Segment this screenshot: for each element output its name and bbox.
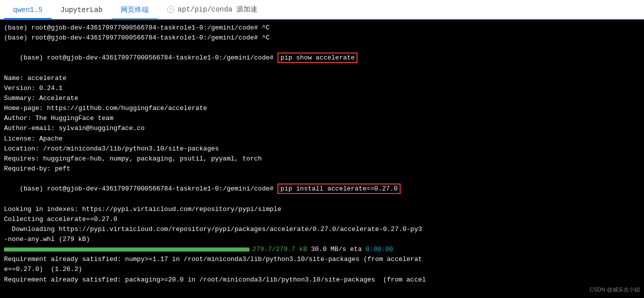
terminal-line-8: Author: The HuggingFace team xyxy=(4,114,640,124)
terminal-line-16: Collecting accelerate==0.27.0 xyxy=(4,214,640,224)
terminal-line-18: -none-any.whl (279 kB) xyxy=(4,234,640,244)
terminal-line-14: (base) root@gjob-dev-436179977000566784-… xyxy=(4,174,640,204)
terminal-line-2: (base) root@gjob-dev-436179977000566784-… xyxy=(4,33,640,43)
terminal-line-13: Required-by: peft xyxy=(4,164,640,174)
progress-bar-fill xyxy=(4,248,249,252)
question-circle-icon: ? xyxy=(167,6,175,14)
prompt-1: (base) root@gjob-dev-436179977000566784-… xyxy=(20,54,277,62)
watermark: CSDN @咸乐左小妞 xyxy=(590,286,640,294)
tab-apt[interactable]: ? apt/pip/conda 源加速 xyxy=(158,1,267,18)
progress-speed: 30.0 MB/s xyxy=(307,244,346,254)
terminal-line-17: Downloading https://pypi.virtaicloud.com… xyxy=(4,224,640,234)
progress-bar-wrapper xyxy=(4,248,249,252)
terminal-line-5: Version: 0.24.1 xyxy=(4,84,640,94)
progress-eta-label: eta xyxy=(346,244,366,254)
terminal-window[interactable]: (base) root@gjob-dev-436179977000566784-… xyxy=(0,20,644,298)
terminal-line-6: Summary: Accelerate xyxy=(4,94,640,104)
terminal-line-22: Requirement already satisfied: packaging… xyxy=(4,275,640,285)
progress-stats: 279.7/279.7 kB xyxy=(252,244,307,254)
terminal-line-20: Requirement already satisfied: numpy>=1.… xyxy=(4,254,640,264)
terminal-line-21: e==0.27.0) (1.26.2) xyxy=(4,264,640,274)
terminal-line-11: Location: /root/miniconda3/lib/python3.1… xyxy=(4,144,640,154)
svg-text:?: ? xyxy=(169,8,172,13)
prompt-2: (base) root@gjob-dev-436179977000566784-… xyxy=(20,185,277,192)
terminal-line-4: Name: accelerate xyxy=(4,74,640,84)
command-pip-install: pip install accelerate==0.27.0 xyxy=(277,184,401,194)
terminal-line-1: (base) root@gjob-dev-436179977000566784-… xyxy=(4,23,640,33)
tab-jupyter[interactable]: JupyterLab xyxy=(52,2,112,20)
terminal-line-9: Author-email: sylvain@huggingface.co xyxy=(4,124,640,134)
command-pip-show: pip show accelerate xyxy=(277,52,358,63)
tab-qwen[interactable]: qwen1.5 xyxy=(4,2,52,20)
progress-eta-value: 0:00:00 xyxy=(366,244,393,254)
terminal-line-3: (base) root@gjob-dev-436179977000566784-… xyxy=(4,43,640,73)
terminal-line-12: Requires: huggingface-hub, numpy, packag… xyxy=(4,154,640,164)
progress-bar-line: 279.7/279.7 kB 30.0 MB/s eta 0:00:00 xyxy=(4,244,640,254)
terminal-line-7: Home-page: https://github.com/huggingfac… xyxy=(4,104,640,114)
terminal-line-10: License: Apache xyxy=(4,134,640,144)
tab-bar: qwen1.5 JupyterLab 网页终端 ? apt/pip/conda … xyxy=(0,0,644,20)
tab-terminal[interactable]: 网页终端 xyxy=(112,2,158,20)
terminal-line-15: Looking in indexes: https://pypi.virtaic… xyxy=(4,204,640,214)
